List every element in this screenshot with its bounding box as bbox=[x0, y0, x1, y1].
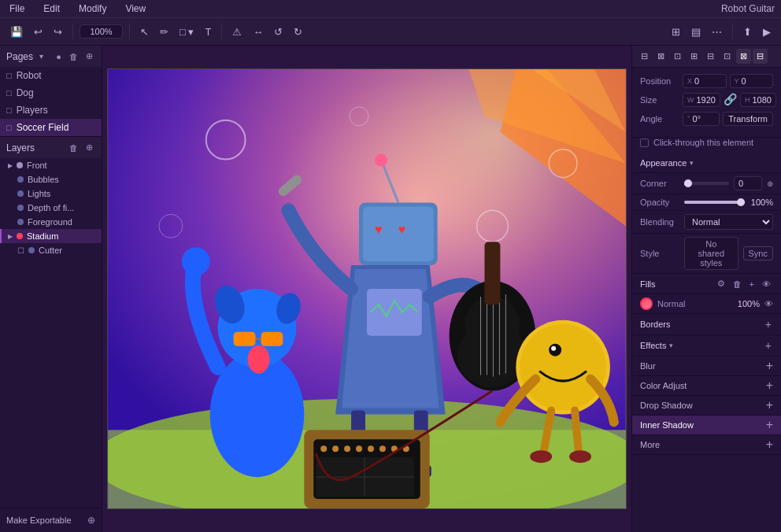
angle-value-box[interactable]: ° 0° bbox=[683, 112, 720, 126]
effect-add-inner-btn[interactable]: + bbox=[766, 419, 773, 431]
opacity-slider-thumb[interactable] bbox=[737, 198, 745, 206]
svg-text:♥: ♥ bbox=[375, 223, 382, 236]
appearance-arrow: ▾ bbox=[690, 159, 694, 167]
toolbar-layout-btn[interactable]: ▤ bbox=[687, 24, 705, 40]
layer-chevron-stadium: ▶ bbox=[8, 233, 13, 240]
effect-add-more-btn[interactable]: + bbox=[766, 438, 773, 451]
fills-add-btn[interactable]: + bbox=[747, 278, 757, 290]
fills-settings-btn[interactable]: ⚙ bbox=[715, 278, 727, 290]
layer-item-stadium[interactable]: ▶ Stadium bbox=[0, 229, 102, 243]
toolbar-rotate-right-btn[interactable]: ↻ bbox=[290, 24, 306, 40]
layer-label-cutter: Cutter bbox=[39, 246, 62, 255]
fill-color-swatch[interactable] bbox=[640, 297, 653, 310]
toolbar-redo-btn[interactable]: ↪ bbox=[50, 24, 66, 40]
layer-item-cutter[interactable]: ☐ Cutter bbox=[0, 243, 102, 257]
toolbar-undo-btn[interactable]: ↩ bbox=[30, 24, 46, 40]
pages-section: Pages ▾ ● 🗑 ⊕ □ Robot □ Dog □ Players bbox=[0, 46, 102, 137]
align-right-btn[interactable]: ⊡ bbox=[670, 49, 685, 64]
borders-add-btn[interactable]: + bbox=[764, 318, 773, 331]
app-name: Robot Guitar bbox=[721, 3, 775, 14]
page-item-robot[interactable]: □ Robot bbox=[0, 67, 102, 84]
toolbar-more-btn[interactable]: ⋯ bbox=[708, 24, 726, 40]
effect-add-color-btn[interactable]: + bbox=[766, 379, 773, 392]
distribute-h-btn[interactable]: ⊠ bbox=[736, 49, 751, 64]
opacity-slider-track[interactable] bbox=[684, 201, 745, 204]
menu-edit[interactable]: Edit bbox=[40, 3, 63, 14]
sync-btn[interactable]: Sync bbox=[743, 246, 773, 260]
zoom-display[interactable]: 100% bbox=[80, 24, 123, 39]
page-item-dog[interactable]: □ Dog bbox=[0, 84, 102, 102]
click-through-checkbox[interactable] bbox=[640, 139, 649, 147]
toolbar-flip-btn[interactable]: ↔ bbox=[249, 24, 267, 40]
effects-add-btn[interactable]: + bbox=[764, 339, 773, 352]
layer-item-bubbles[interactable]: Bubbles bbox=[0, 172, 102, 187]
align-middle-btn[interactable]: ⊟ bbox=[703, 49, 718, 64]
effect-add-blur-btn[interactable]: + bbox=[766, 360, 773, 372]
layer-item-depth[interactable]: Depth of fi... bbox=[0, 201, 102, 215]
pages-add-btn[interactable]: ⊕ bbox=[83, 50, 95, 62]
layers-delete-btn[interactable]: 🗑 bbox=[67, 142, 80, 153]
corner-slider-thumb[interactable] bbox=[684, 179, 692, 187]
toolbar-sep-1 bbox=[72, 24, 73, 39]
page-label-soccer-field: Soccer Field bbox=[17, 122, 69, 133]
align-center-h-btn[interactable]: ⊠ bbox=[653, 49, 668, 64]
appearance-section-header[interactable]: Appearance ▾ bbox=[632, 153, 781, 173]
effect-row-blur: Blur + bbox=[632, 357, 781, 376]
make-exportable-label: Make Exportable bbox=[6, 515, 72, 525]
menu-view[interactable]: View bbox=[122, 3, 149, 14]
position-row: Position X 0 Y 0 bbox=[640, 74, 773, 88]
effect-add-drop-btn[interactable]: + bbox=[766, 399, 773, 412]
canvas-area[interactable]: ♥ ♥ bbox=[102, 46, 631, 532]
position-x-box[interactable]: X 0 bbox=[683, 74, 727, 88]
align-top-btn[interactable]: ⊞ bbox=[687, 49, 701, 64]
position-y-box[interactable]: Y 0 bbox=[730, 74, 774, 88]
svg-point-58 bbox=[520, 324, 606, 411]
make-exportable-btn[interactable]: Make Exportable ⊕ bbox=[0, 508, 102, 532]
align-bottom-btn[interactable]: ⊡ bbox=[720, 49, 735, 64]
toolbar-save-btn[interactable]: 💾 bbox=[6, 24, 27, 40]
size-w-box[interactable]: W 1920 bbox=[683, 93, 720, 107]
size-h-box[interactable]: H 1080 bbox=[740, 93, 776, 107]
page-item-players[interactable]: □ Players bbox=[0, 102, 102, 119]
svg-rect-16 bbox=[234, 332, 256, 346]
fills-delete-btn[interactable]: 🗑 bbox=[731, 278, 744, 290]
transform-btn[interactable]: Transform bbox=[723, 112, 773, 126]
toolbar-warn-btn[interactable]: ⚠ bbox=[228, 24, 246, 40]
corner-slider-track[interactable] bbox=[684, 182, 729, 185]
toolbar-path-btn[interactable]: ✏ bbox=[156, 24, 172, 40]
svg-point-51 bbox=[379, 445, 386, 452]
blending-row: Blending Normal Multiply Screen bbox=[632, 211, 781, 234]
corner-value-box[interactable]: 0 bbox=[734, 176, 762, 190]
layer-checkbox-cutter: ☐ bbox=[17, 246, 24, 255]
size-h-value: 1080 bbox=[752, 95, 771, 105]
svg-point-49 bbox=[356, 445, 362, 452]
svg-point-48 bbox=[344, 445, 350, 452]
pages-circle-btn[interactable]: ● bbox=[54, 50, 64, 62]
fills-eye-btn[interactable]: 👁 bbox=[760, 278, 773, 290]
layers-mask-btn[interactable]: ⊕ bbox=[83, 142, 95, 153]
fill-eye-icon[interactable]: 👁 bbox=[764, 299, 773, 308]
toolbar-export-btn[interactable]: ⬆ bbox=[739, 24, 756, 40]
blending-select[interactable]: Normal Multiply Screen bbox=[684, 214, 773, 230]
toolbar-grid-btn[interactable]: ⊞ bbox=[668, 24, 684, 40]
style-value-btn[interactable]: No shared styles bbox=[684, 237, 738, 270]
layer-item-front[interactable]: ▶ Front bbox=[0, 158, 102, 172]
page-item-soccer-field[interactable]: □ Soccer Field bbox=[0, 119, 102, 136]
size-link-icon[interactable]: 🔗 bbox=[724, 93, 737, 107]
pages-delete-btn[interactable]: 🗑 bbox=[67, 50, 80, 62]
toolbar-select-btn[interactable]: ↖ bbox=[136, 24, 153, 40]
layer-item-lights[interactable]: Lights bbox=[0, 187, 102, 201]
toolbar-shape-btn[interactable]: □ ▾ bbox=[176, 24, 198, 40]
layer-item-foreground[interactable]: Foreground bbox=[0, 215, 102, 229]
toolbar-text-btn[interactable]: T bbox=[201, 24, 215, 40]
menu-modify[interactable]: Modify bbox=[76, 3, 109, 14]
layer-label-foreground: Foreground bbox=[28, 217, 72, 227]
layer-color-cutter bbox=[28, 247, 35, 253]
distribute-v-btn[interactable]: ⊟ bbox=[753, 49, 768, 64]
toolbar-rotate-left-btn[interactable]: ↺ bbox=[270, 24, 287, 40]
align-left-btn[interactable]: ⊟ bbox=[637, 49, 652, 64]
borders-header[interactable]: Borders + bbox=[632, 314, 781, 335]
menu-file[interactable]: File bbox=[6, 3, 28, 14]
toolbar-preview-btn[interactable]: ▶ bbox=[759, 24, 775, 40]
effect-label-more: More bbox=[640, 440, 766, 449]
